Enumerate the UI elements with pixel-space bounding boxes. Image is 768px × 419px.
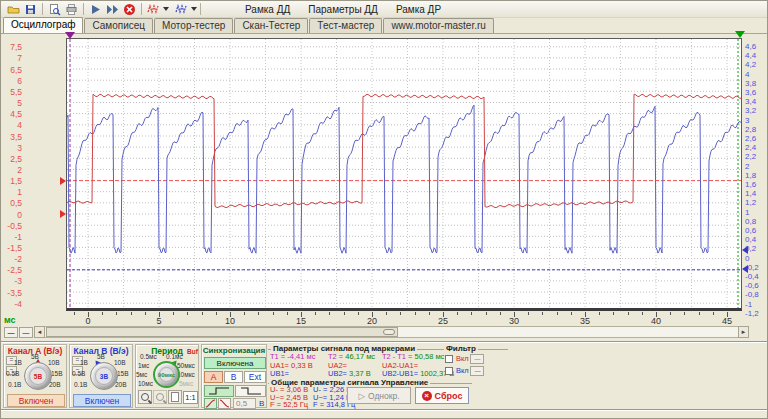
trigger-level-a-arrow-icon[interactable] [60, 177, 66, 185]
scroll-left-button[interactable]: ◄ [34, 326, 45, 338]
left-axis-tick-label: -2,5 [2, 265, 22, 275]
right-axis-tick-label: 4,6 [745, 42, 756, 51]
save-button[interactable] [22, 2, 39, 17]
channel-a-panel: Канал A (В/э) = ~ 0.1В 0.5В 1В 5В 10В 15… [3, 344, 67, 408]
knob-scale-label: 5мкс [179, 380, 193, 387]
scrollbar-thumb[interactable] [46, 327, 398, 337]
zoom-ratio-select[interactable]: 1:1 [183, 391, 198, 404]
sync-level-input[interactable] [233, 398, 256, 409]
right-axis-tick-label: 3,8 [745, 79, 756, 88]
knob-scale-label: 1В [14, 359, 22, 366]
marker-line-b-button[interactable]: — [4, 327, 18, 338]
right-axis-tick-label: 3 [745, 116, 749, 125]
scope-plot-area[interactable] [66, 38, 742, 311]
knob-scale-label: 10В [48, 359, 60, 366]
right-axis-zero-arrow-icon[interactable] [742, 246, 748, 254]
menu-ramka-dr[interactable]: Рамка ДР [387, 3, 450, 16]
right-axis-tick-label: 2,6 [745, 134, 756, 143]
reset-button[interactable]: ×Сброс [415, 387, 469, 404]
page-icon [171, 392, 179, 402]
left-axis-tick-label: -4 [2, 299, 22, 309]
period-panel: Период 0.5мс 1мс 5мс 10мс 0.1мс 50мкс 10… [135, 344, 199, 408]
markers-panel-title: Параметры сигнала под маркерами [271, 344, 417, 353]
x-axis-tick [258, 312, 259, 315]
marker-line-a-button[interactable]: — [19, 327, 33, 338]
sync-enabled-button[interactable]: Включена [204, 357, 266, 369]
filter-a-line-button[interactable]: — [470, 354, 484, 364]
fast-forward-button[interactable] [104, 2, 121, 17]
preview-button[interactable] [46, 2, 63, 17]
x-axis-tick [571, 312, 572, 315]
filter-b-line-button[interactable]: — [470, 366, 484, 376]
print-button[interactable] [63, 2, 80, 17]
x-axis-tick-label: 30 [505, 316, 523, 326]
scroll-right-button[interactable]: ► [738, 326, 749, 338]
x-axis-tick [400, 312, 401, 315]
menu-ramka-dd[interactable]: Рамка ДД [236, 3, 299, 16]
x-axis-tick-label: 5 [150, 316, 168, 326]
filter-b-checkbox[interactable] [445, 367, 453, 375]
period-knob[interactable]: 90мкс [153, 361, 180, 388]
left-axis-tick-label: 6,5 [2, 65, 22, 75]
toolbar-separator [200, 3, 201, 15]
tab-motor-tester[interactable]: Мотор-тестер [154, 18, 233, 33]
waveform-b-dropdown-icon[interactable] [191, 7, 197, 11]
left-axis-tick-label: -1 [2, 232, 22, 242]
sync-source-a-button[interactable]: A [204, 371, 223, 383]
sync-source-ext-button[interactable]: Ext [244, 371, 266, 383]
zero-level-b-arrow-icon[interactable] [742, 265, 748, 273]
x-axis-tick [386, 312, 387, 315]
menu-parametry-dd[interactable]: Параметры ДД [299, 3, 387, 16]
sync-slope-up-button[interactable] [204, 398, 217, 409]
knob-scale-label: 0.1В [74, 381, 87, 388]
knob-scale-label: 10В [114, 359, 126, 366]
marker2-flag-icon[interactable] [735, 31, 745, 38]
x-axis-tick [613, 312, 614, 315]
x-axis-tick [656, 312, 657, 317]
x-axis-tick [486, 312, 487, 315]
channel-b-enabled-button[interactable]: Включен [73, 394, 131, 407]
x-axis-tick [202, 312, 203, 315]
x-axis-tick [514, 312, 515, 317]
left-axis-tick-label: 0,5 [2, 198, 22, 208]
right-axis-tick-label: -0,4 [745, 272, 759, 281]
zoom-out-button[interactable] [153, 390, 167, 404]
tab-scan-tester[interactable]: Скан-Тестер [234, 18, 308, 33]
channel-a-range-knob[interactable]: 5В [24, 362, 52, 390]
sync-edge-falling-button[interactable] [235, 385, 266, 397]
x-axis-tick-label: 0 [79, 316, 97, 326]
sync-slope-down-button[interactable] [218, 398, 231, 409]
x-axis-tick [187, 312, 188, 315]
sync-edge-rising-button[interactable] [204, 385, 234, 397]
x-axis-tick-label: 40 [647, 316, 665, 326]
x-axis-tick [116, 312, 117, 315]
waveform-a-button[interactable] [145, 2, 162, 17]
x-axis-tick-label: 25 [434, 316, 452, 326]
tab-website[interactable]: www.motor-master.ru [383, 18, 493, 33]
channel-a-enabled-button[interactable]: Включен [7, 394, 65, 407]
zoom-in-button[interactable] [138, 390, 152, 404]
channel-b-range-knob[interactable]: 3В [90, 362, 118, 390]
tab-test-master[interactable]: Тест-мастер [309, 18, 382, 33]
sync-source-b-button[interactable]: B [224, 371, 243, 383]
scrollbar-grip-icon[interactable] [383, 329, 395, 335]
waveform-b-button[interactable] [173, 2, 190, 17]
buffer-mode-label[interactable]: Buf [187, 348, 198, 355]
filter-panel-title: Фильтр [444, 344, 478, 353]
waveform-a-dropdown-icon[interactable] [163, 7, 169, 11]
zero-level-a-arrow-icon[interactable] [60, 210, 66, 218]
filter-a-checkbox[interactable] [445, 355, 453, 363]
x-axis-tick [344, 312, 345, 315]
right-axis-tick-label: 4 [745, 70, 749, 79]
marker1-flag-icon[interactable] [65, 32, 75, 39]
open-file-button[interactable] [5, 2, 22, 17]
play-button[interactable] [87, 2, 104, 17]
single-shot-button[interactable]: ▷Однокр. [347, 387, 411, 404]
new-page-button[interactable] [168, 390, 182, 404]
x-axis-tick [528, 312, 529, 315]
tab-oscillograph[interactable]: Осциллограф [3, 17, 83, 33]
x-axis-tick [315, 312, 316, 315]
stop-button[interactable] [121, 2, 138, 17]
filter-panel: Фильтр Вкл — Вкл — [444, 344, 508, 378]
tab-recorder[interactable]: Самописец [84, 18, 153, 33]
